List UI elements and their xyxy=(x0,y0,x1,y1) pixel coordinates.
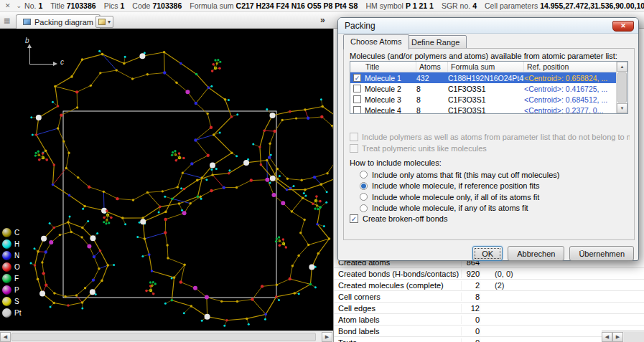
molecule-atoms: 8 xyxy=(416,95,448,104)
include-option[interactable]: Include whole molecule, if any of its at… xyxy=(360,203,559,214)
molecule-atoms: 432 xyxy=(416,74,448,82)
molecule-row[interactable]: Molecule 38C1F3O3S1<Centroid>: 0.684512,… xyxy=(350,94,627,105)
chevron-down-icon[interactable]: ⌄ xyxy=(17,2,22,9)
stats-value: 0 xyxy=(462,315,480,324)
radio-label: Include only atoms that fit (this may cu… xyxy=(372,171,559,179)
grid-icon[interactable]: ▦ xyxy=(4,16,10,24)
overflow-chevron-icon[interactable]: » xyxy=(320,15,325,25)
packing-dialog: Packing ✕ Choose Atoms Define Range Mole… xyxy=(337,17,639,261)
scroll-left-icon[interactable]: ◀ xyxy=(0,332,11,342)
stats-label: Bond labels xyxy=(334,327,462,336)
stats-extra: (2) xyxy=(480,281,504,290)
molecule-formula: C188H192N16O24Pt4P8 xyxy=(448,74,524,82)
picture-dropdown-button[interactable]: ▾ xyxy=(95,16,113,28)
tab-packing-diagram[interactable]: Packing diagram xyxy=(16,14,101,29)
stats-row: Cell edges12 xyxy=(334,303,644,314)
scroll-up-icon[interactable]: ▲ xyxy=(617,62,627,72)
molecule-list-header[interactable]: TitleAtomsFormula sumRef. position xyxy=(350,62,627,72)
element-legend: CHNOFPSPt xyxy=(2,227,21,318)
close-icon[interactable]: ✕ xyxy=(612,21,634,32)
radio-button[interactable] xyxy=(360,171,368,179)
legend-label: C xyxy=(14,229,19,237)
field-label: HM symbol xyxy=(365,1,403,10)
molecule-row[interactable]: ✓Molecule 1432C188H192N16O24Pt4P8<Centro… xyxy=(350,72,627,83)
legend-label: O xyxy=(14,263,20,271)
stats-value: 8 xyxy=(462,293,480,301)
canvas-horizontal-scrollbar[interactable]: ◀ ▶ xyxy=(0,331,333,342)
tab-define-range[interactable]: Define Range xyxy=(404,35,467,49)
molecule-row[interactable]: Molecule 48C1F3O3S1<Centroid>: 0.2377, 0… xyxy=(350,105,627,114)
legend-item: C xyxy=(2,227,21,238)
scroll-left-icon[interactable]: ◀ xyxy=(602,332,612,342)
axis-b-arrow xyxy=(27,44,32,48)
field-value: 14.955,27.472,31.536,90.00,100.57,90.00 xyxy=(540,1,644,10)
o-atom-icon xyxy=(2,262,11,272)
create-broken-bonds-checkbox[interactable]: ✓ Create broken-off bonds xyxy=(350,214,447,223)
axis-indicator: b c xyxy=(22,39,73,72)
option-checkboxes: Include polymers as well as atoms from p… xyxy=(350,133,630,156)
f-atom-icon xyxy=(2,274,11,283)
molecule-checkbox[interactable]: ✓ xyxy=(353,74,361,82)
scroll-down-icon[interactable]: ▼ xyxy=(617,103,627,113)
stats-value: 12 xyxy=(462,304,480,313)
field-value: 1 xyxy=(120,1,124,10)
stats-label: Cell corners xyxy=(334,293,462,301)
stats-row: Created molecules (complete)2(2) xyxy=(334,280,644,291)
include-option[interactable]: Include only atoms that fit (this may cu… xyxy=(360,169,559,181)
info-field: Cell parameters14.955,27.472,31.536,90.0… xyxy=(485,1,644,10)
legend-label: H xyxy=(14,240,19,248)
molecule-list[interactable]: TitleAtomsFormula sumRef. position ✓Mole… xyxy=(350,61,628,114)
stats-label: Atom labels xyxy=(334,315,462,324)
molecule-checkbox[interactable] xyxy=(353,85,361,92)
column-header[interactable]: Formula sum xyxy=(448,62,524,72)
dropdown-arrow-icon: ▾ xyxy=(108,19,111,25)
molecule-checkbox[interactable] xyxy=(353,106,361,114)
legend-item: N xyxy=(2,250,21,261)
legend-item: Pt xyxy=(2,307,21,318)
include-options: Include only atoms that fit (this may cu… xyxy=(360,169,559,214)
scroll-right-icon[interactable]: ▶ xyxy=(612,332,623,342)
stats-label: Cell edges xyxy=(334,304,462,313)
stats-row: Created bonds (H-bonds/contacts)920(0, 0… xyxy=(334,268,644,280)
include-option[interactable]: Include whole molecule, if reference pos… xyxy=(360,181,559,192)
stats-row: Atom labels0 xyxy=(334,314,644,326)
checkbox-box xyxy=(350,144,358,153)
n-atom-icon xyxy=(2,251,11,260)
radio-button[interactable] xyxy=(360,204,368,212)
tab-choose-atoms[interactable]: Choose Atoms xyxy=(343,34,409,49)
scrollbar-thumb[interactable] xyxy=(11,333,316,341)
dialog-titlebar[interactable]: Packing xyxy=(338,18,638,34)
legend-item: F xyxy=(2,272,21,284)
scroll-right-icon[interactable]: ▶ xyxy=(322,332,332,342)
info-field: No.1 xyxy=(24,1,42,10)
scrollbar-track[interactable] xyxy=(624,332,644,342)
legend-item: H xyxy=(2,238,21,250)
column-header[interactable]: Title xyxy=(350,62,416,72)
column-header[interactable]: Ref. position xyxy=(524,62,627,72)
radio-button[interactable] xyxy=(360,193,368,201)
pane-horizontal-scrollbar[interactable]: ◀ ▶ xyxy=(602,331,644,342)
checkbox-label: Treat polymeric units like molecules xyxy=(362,144,487,153)
molecule-checkbox[interactable] xyxy=(353,95,361,103)
include-group-label: How to include molecules: xyxy=(350,158,442,167)
include-option[interactable]: Include whole molecule only, if all of i… xyxy=(360,191,559,203)
ok-button[interactable]: OK xyxy=(472,246,503,261)
scrollbar-thumb[interactable] xyxy=(617,72,627,103)
structure-canvas[interactable]: b c CHNOFPSPt xyxy=(0,29,333,331)
info-field: Title7103386 xyxy=(50,1,95,10)
molecule-formula: C1F3O3S1 xyxy=(448,106,524,115)
radio-button[interactable] xyxy=(360,182,368,190)
molecule-formula: C1F3O3S1 xyxy=(448,85,524,93)
bernehmen-button[interactable]: Übernehmen xyxy=(569,246,634,261)
abbrechen-button[interactable]: Abbrechen xyxy=(508,246,564,261)
column-header[interactable]: Atoms xyxy=(416,62,448,72)
list-vertical-scrollbar[interactable]: ▲ ▼ xyxy=(616,62,627,113)
checkbox-box[interactable]: ✓ xyxy=(350,214,358,223)
molecule-formula: C1F3O3S1 xyxy=(448,95,524,104)
molecule-row[interactable]: Molecule 28C1F3O3S1<Centroid>: 0.416725,… xyxy=(350,83,627,94)
molecule-title: Molecule 1 xyxy=(365,74,416,82)
checkbox-label: Create broken-off bonds xyxy=(363,214,447,223)
radio-label: Include whole molecule, if any of its at… xyxy=(372,204,528,212)
close-record-icon[interactable]: ✕ xyxy=(5,2,11,9)
axis-c-arrow xyxy=(53,62,57,66)
